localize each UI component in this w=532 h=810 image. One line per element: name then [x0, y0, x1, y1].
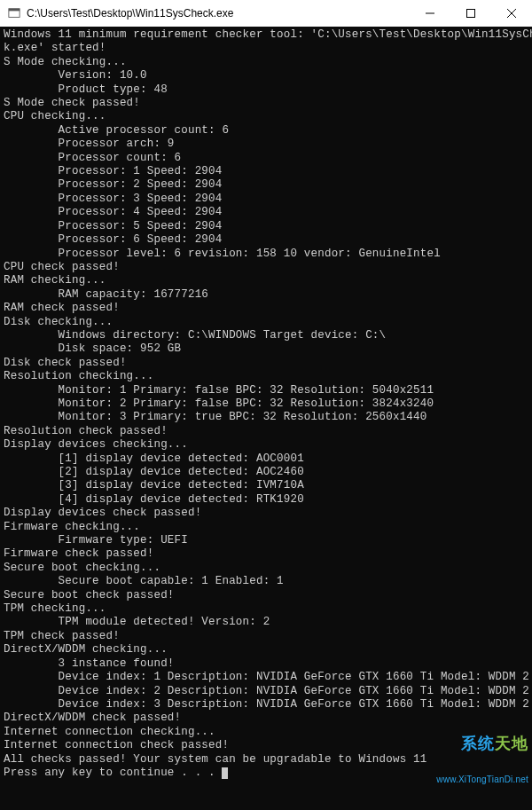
cursor [222, 767, 228, 779]
maximize-button[interactable] [450, 0, 491, 27]
window-controls [410, 0, 532, 27]
watermark-brand: 系统天地 [436, 735, 528, 751]
svg-rect-1 [9, 9, 20, 12]
minimize-button[interactable] [410, 0, 450, 27]
app-icon [7, 6, 21, 20]
watermark-url: www.XiTongTianDi.net [436, 775, 528, 784]
console-output[interactable]: Windows 11 minimum requirement checker t… [0, 27, 532, 810]
titlebar[interactable]: C:\Users\Test\Desktop\Win11SysCheck.exe [0, 0, 532, 27]
svg-rect-3 [467, 10, 475, 18]
close-button[interactable] [491, 0, 532, 27]
console-text: Windows 11 minimum requirement checker t… [4, 28, 532, 779]
window-title: C:\Users\Test\Desktop\Win11SysCheck.exe [27, 7, 410, 20]
watermark: 系统天地 www.XiTongTianDi.net [436, 713, 528, 806]
